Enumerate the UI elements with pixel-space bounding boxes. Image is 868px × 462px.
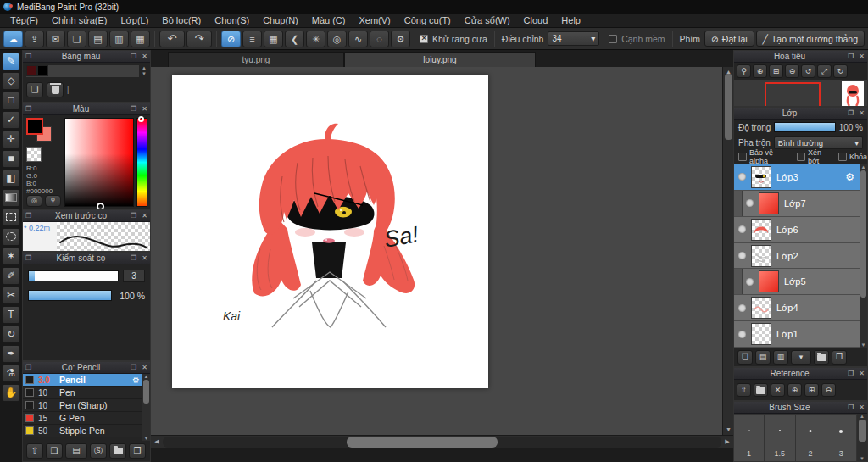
menu-window[interactable]: Cửa sổ(W) xyxy=(458,14,517,27)
layer-row-lop7[interactable]: Lớp7 xyxy=(734,191,860,217)
popout-icon[interactable]: ❐ xyxy=(128,254,139,262)
popout-icon[interactable]: ❐ xyxy=(845,404,856,411)
script-brush-button[interactable]: Ⓢ xyxy=(90,443,107,459)
navigator-viewport-box[interactable] xyxy=(765,82,821,106)
tab-tyu[interactable]: tyu.png xyxy=(168,52,344,67)
snap-ellipse-button[interactable]: ◌ xyxy=(370,31,389,47)
eraser-tool[interactable]: ◇ xyxy=(2,72,20,90)
hue-bar[interactable] xyxy=(136,118,147,207)
close-icon[interactable]: ✕ xyxy=(139,53,150,60)
navigator-preview[interactable] xyxy=(734,80,867,106)
popout-icon[interactable]: ❐ xyxy=(23,105,34,113)
close-icon[interactable]: ✕ xyxy=(856,370,867,377)
menu-file[interactable]: Tệp(F) xyxy=(3,14,45,27)
reset-button[interactable]: ⊘ Đặt lại xyxy=(704,31,754,47)
add-brush-image-button[interactable]: ▤ xyxy=(65,443,87,459)
visibility-icon[interactable] xyxy=(738,252,746,259)
adjust-select[interactable]: 34 ▾ xyxy=(548,31,599,46)
snap-grid-button[interactable]: ▦ xyxy=(264,31,283,47)
rotate-left-button[interactable]: ↺ xyxy=(801,64,815,78)
hue-cursor[interactable] xyxy=(138,116,144,122)
layer-row-lop4[interactable]: Lớp4 xyxy=(734,295,860,321)
snap-off-button[interactable]: ⊘ xyxy=(221,31,241,47)
brush-size-cell-1-5[interactable]: 1.5 xyxy=(765,414,795,461)
blend-mode-select[interactable]: Bình thường ▾ xyxy=(774,136,863,149)
canvas-viewport[interactable]: Sa! Kai ▲ ▼ xyxy=(151,67,733,435)
scroll-thumb[interactable] xyxy=(725,74,732,140)
popout-icon[interactable]: ❐ xyxy=(845,370,856,377)
close-icon[interactable]: ✕ xyxy=(856,53,867,60)
snap-circle-button[interactable]: ◎ xyxy=(327,31,347,47)
popout-icon[interactable]: ❐ xyxy=(128,212,139,220)
menu-select[interactable]: Chọn(S) xyxy=(208,14,256,27)
scroll-thumb[interactable] xyxy=(860,170,866,298)
add-special-layer-button[interactable]: ▾ xyxy=(791,350,811,365)
fg-bg-swatches[interactable] xyxy=(26,118,57,145)
popout-icon[interactable]: ❐ xyxy=(128,53,139,60)
zoom-out-button[interactable]: ⊖ xyxy=(785,64,799,78)
foreground-color-swatch[interactable] xyxy=(26,118,43,135)
layer-folder-button[interactable] xyxy=(814,350,829,365)
scroll-track[interactable] xyxy=(163,437,721,448)
gear-icon[interactable]: ⚙ xyxy=(132,376,140,385)
straight-line-button[interactable]: ╱ Tạo một đường thẳng xyxy=(756,31,865,47)
close-icon[interactable]: ✕ xyxy=(139,212,150,220)
fit-screen-button[interactable]: ⊞ xyxy=(769,64,783,78)
palette-scroll[interactable]: ▲ ▼ xyxy=(140,65,148,77)
layer-opacity-slider[interactable] xyxy=(774,122,835,132)
menu-help[interactable]: Help xyxy=(554,14,587,27)
canvas-vertical-scrollbar[interactable]: ▲ ▼ xyxy=(722,67,733,435)
add-layer-button[interactable]: ❏ xyxy=(737,350,753,365)
comment-panel-button[interactable]: ❏ xyxy=(67,31,86,47)
color-wheel-button[interactable]: ◎ xyxy=(26,195,42,207)
brush-size-cell-3[interactable]: 3 xyxy=(826,414,857,461)
popout-icon[interactable]: ❐ xyxy=(845,53,856,60)
brush-list-scrollbar[interactable]: ▲ ▼ xyxy=(142,374,150,441)
menu-filter[interactable]: Bộ lọc(R) xyxy=(155,14,208,27)
transparent-swatch[interactable] xyxy=(26,147,42,162)
reference-close-button[interactable]: ✕ xyxy=(771,383,785,397)
palette-swatches[interactable] xyxy=(26,65,139,77)
cloud-sync-button[interactable]: ☁ xyxy=(3,31,23,47)
scroll-right-icon[interactable]: ▶ xyxy=(721,438,733,445)
menu-cloud[interactable]: Cloud xyxy=(517,14,555,27)
layer-row-lop5[interactable]: Lớp5 xyxy=(734,269,860,295)
close-icon[interactable]: ✕ xyxy=(139,105,150,113)
magic-wand-tool[interactable]: ✶ xyxy=(2,248,20,265)
scroll-thumb[interactable] xyxy=(859,420,866,442)
scroll-thumb[interactable] xyxy=(347,437,498,448)
scroll-left-icon[interactable]: ◀ xyxy=(151,438,163,445)
add-color-button[interactable]: ❏ xyxy=(26,82,43,97)
saturation-value-box[interactable] xyxy=(64,118,134,207)
dot-tool[interactable]: ✓ xyxy=(2,111,20,129)
grid-edit-button[interactable]: ▦ xyxy=(131,31,150,47)
zoom-actual-button[interactable]: ⚲ xyxy=(737,64,751,78)
redo-button[interactable]: ↷ xyxy=(186,31,212,47)
soft-edge-checkbox[interactable] xyxy=(609,35,617,43)
scroll-thumb[interactable] xyxy=(143,380,149,404)
scroll-up-icon[interactable]: ▲ xyxy=(144,374,149,379)
menu-tools[interactable]: Công cụ(T) xyxy=(398,14,458,27)
scroll-up-icon[interactable]: ▲ xyxy=(861,164,866,170)
scroll-up-icon[interactable]: ▲ xyxy=(140,65,148,71)
snap-settings-button[interactable]: ⚙ xyxy=(391,31,410,47)
layer-row-lop2[interactable]: Lớp2 xyxy=(734,243,860,270)
scroll-down-icon[interactable]: ▼ xyxy=(723,425,733,435)
document-button[interactable]: ▤ xyxy=(88,31,108,47)
popout-icon[interactable]: ❐ xyxy=(23,212,34,220)
popout-icon[interactable]: ❐ xyxy=(23,254,34,262)
close-icon[interactable]: ✕ xyxy=(139,364,150,371)
publish-button[interactable]: ⇪ xyxy=(25,31,44,47)
visibility-icon[interactable] xyxy=(746,278,754,286)
popout-icon[interactable]: ❐ xyxy=(23,53,34,60)
snap-radial-button[interactable]: ✳ xyxy=(306,31,326,47)
layer-row-lop3[interactable]: Lớp3 ⚙ xyxy=(734,164,860,191)
canvas-horizontal-scrollbar[interactable]: ◀ ▶ xyxy=(151,435,733,448)
brush-size-scrollbar[interactable]: ▲ ▼ xyxy=(857,414,867,461)
palette-swatch[interactable] xyxy=(37,65,48,76)
palette-swatch[interactable] xyxy=(26,65,37,76)
clipping-checkbox[interactable] xyxy=(797,153,805,161)
rotate-right-button[interactable]: ↻ xyxy=(833,64,848,78)
alpha-lock-checkbox[interactable] xyxy=(738,153,747,161)
menu-layer[interactable]: Lớp(L) xyxy=(114,14,155,27)
